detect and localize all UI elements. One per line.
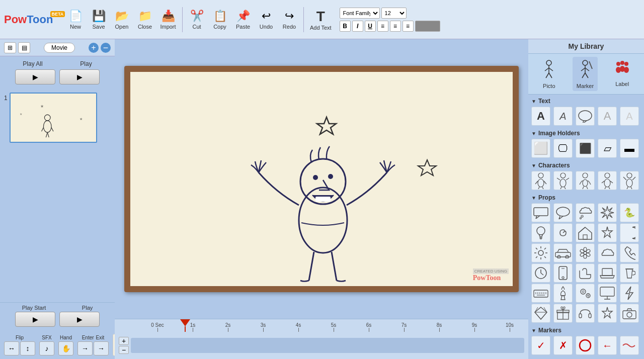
italic-button[interactable]: I [352, 21, 363, 32]
timeline-track-bar[interactable] [131, 338, 524, 353]
prop-gears[interactable] [576, 284, 595, 303]
img-holder-2[interactable]: 🖵 [553, 139, 573, 158]
import-button[interactable]: 📥 Import [157, 3, 179, 37]
prop-cup[interactable] [620, 263, 639, 283]
prop-diamond[interactable] [531, 304, 550, 323]
text-item-plain[interactable]: A [531, 107, 550, 126]
play-start-buttons: ▶ ▶ [4, 312, 111, 327]
prop-clock[interactable] [531, 263, 550, 283]
align-center-button[interactable]: ≡ [390, 21, 401, 32]
font-family-select[interactable]: Font Family [340, 8, 380, 19]
play-all-button[interactable]: ▶ [15, 69, 55, 84]
tab-marker[interactable]: Marker [573, 57, 598, 91]
tab-label[interactable]: Label [609, 57, 635, 91]
enter-button[interactable]: → [77, 341, 93, 355]
prop-crescent[interactable] [620, 223, 639, 242]
add-slide-button[interactable]: + [89, 43, 99, 53]
timeline-playhead[interactable] [180, 319, 190, 332]
text-item-cursive[interactable]: A [553, 107, 573, 126]
color-picker[interactable] [415, 21, 440, 32]
text-section-header[interactable]: ▼ Text [531, 98, 641, 105]
track-zoom-in[interactable]: + [119, 337, 129, 345]
prop-monitor[interactable] [598, 284, 617, 303]
char-5[interactable] [620, 171, 639, 190]
img-holder-1[interactable]: ⬜ [531, 139, 550, 158]
prop-keyboard[interactable] [531, 284, 550, 303]
add-text-button[interactable]: T Add Text [306, 3, 336, 37]
prop-boots[interactable] [576, 263, 595, 283]
prop-phone[interactable] [620, 243, 639, 262]
prop-gift[interactable] [553, 304, 573, 323]
text-item-bubble[interactable] [576, 107, 595, 126]
prop-house[interactable] [576, 223, 595, 242]
text-item-gray-a[interactable]: A [598, 107, 617, 126]
cut-button[interactable]: ✂️ Cut [186, 3, 208, 37]
prop-swirl[interactable] [553, 223, 573, 242]
play-button-bottom[interactable]: ▶ [59, 312, 100, 327]
undo-button[interactable]: ↩ Undo [255, 3, 277, 37]
view-grid-button[interactable]: ⊞ [4, 42, 16, 53]
view-list-button[interactable]: ▤ [18, 42, 30, 53]
prop-torch[interactable] [553, 284, 573, 303]
char-3[interactable] [576, 171, 595, 190]
marker-x[interactable]: ✗ [553, 336, 573, 355]
prop-speech-rect[interactable] [531, 203, 550, 222]
align-right-button[interactable]: ≡ [403, 21, 414, 32]
marker-check[interactable]: ✓ [531, 336, 550, 355]
tab-picto[interactable]: Picto [537, 57, 561, 91]
prop-camera[interactable] [620, 304, 639, 323]
text-item-gray-b[interactable]: A [620, 107, 639, 126]
marker-squiggle[interactable] [620, 336, 639, 355]
prop-lightbulb[interactable] [531, 223, 550, 242]
bold-button[interactable]: B [340, 21, 351, 32]
align-left-button[interactable]: ≡ [377, 21, 388, 32]
copy-button[interactable]: 📋 Copy [209, 3, 231, 37]
close-button[interactable]: 📁 Close [134, 3, 156, 37]
prop-snake[interactable]: 🐍 [620, 203, 639, 222]
prop-car[interactable] [553, 243, 573, 262]
prop-cloud-bubble[interactable] [576, 203, 595, 222]
remove-slide-button[interactable]: − [101, 43, 111, 53]
flip-h-button[interactable]: ↔ [4, 341, 19, 355]
prop-flower[interactable] [576, 243, 595, 262]
sfx-button[interactable]: ♪ [39, 341, 54, 355]
prop-star-outline[interactable] [598, 223, 617, 242]
marker-circle[interactable] [576, 336, 595, 355]
char-4[interactable] [598, 171, 617, 190]
exit-button[interactable]: → [94, 341, 109, 355]
img-holder-5[interactable]: ▬ [620, 139, 639, 158]
paste-button[interactable]: 📌 Paste [232, 3, 254, 37]
prop-phone2[interactable] [553, 263, 573, 283]
char-1[interactable] [531, 171, 550, 190]
save-button[interactable]: 💾 Save [88, 3, 110, 37]
prop-laptop[interactable] [598, 263, 617, 283]
characters-header[interactable]: ▼ Characters [531, 162, 641, 169]
movie-button[interactable]: Movie [44, 43, 75, 53]
hand-button[interactable]: ✋ [58, 341, 73, 355]
font-size-select[interactable]: 12 14 16 18 24 [381, 8, 407, 19]
canvas-inner[interactable]: CREATED USING PowToon [130, 72, 513, 286]
prop-speech-oval[interactable] [553, 203, 573, 222]
slide-thumbnail-1[interactable]: ★ ★ ★ [10, 93, 97, 143]
markers-header[interactable]: ▼ Markers [531, 327, 641, 334]
underline-button[interactable]: U [365, 21, 376, 32]
redo-button[interactable]: ↪ Redo [278, 3, 300, 37]
char-2[interactable] [553, 171, 573, 190]
marker-arrow-left[interactable]: ← [598, 336, 617, 355]
img-holder-4[interactable]: ▱ [598, 139, 617, 158]
prop-starburst[interactable] [598, 203, 617, 222]
prop-sun[interactable] [531, 243, 550, 262]
play-button-top[interactable]: ▶ [59, 69, 100, 84]
img-holder-3[interactable]: ⬛ [576, 139, 595, 158]
track-zoom-out[interactable]: − [119, 346, 129, 354]
props-header[interactable]: ▼ Props [531, 194, 641, 201]
prop-star2[interactable] [598, 304, 617, 323]
play-start-button[interactable]: ▶ [15, 312, 55, 327]
flip-v-button[interactable]: ↕ [20, 341, 35, 355]
prop-lightning[interactable] [620, 284, 639, 303]
open-button[interactable]: 📂 Open [111, 3, 133, 37]
prop-cloud[interactable] [598, 243, 617, 262]
image-holders-header[interactable]: ▼ Image Holders [531, 130, 641, 137]
new-button[interactable]: 📄 New [64, 3, 87, 37]
prop-headphones[interactable] [576, 304, 595, 323]
